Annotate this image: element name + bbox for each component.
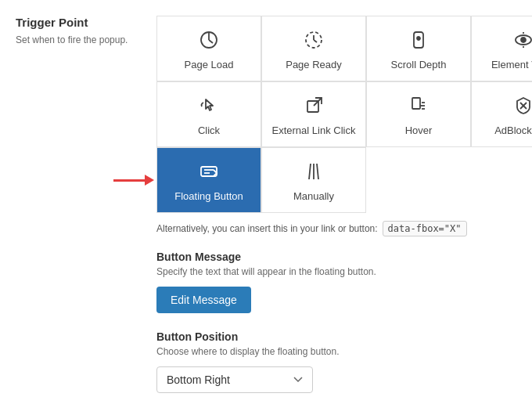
- trigger-scroll-depth-label: Scroll Depth: [391, 59, 447, 70]
- trigger-row-1: Page Load Page Ready: [156, 16, 532, 81]
- trigger-click[interactable]: Click: [156, 81, 261, 147]
- trigger-page-load-label: Page Load: [185, 59, 234, 70]
- trigger-element-vis[interactable]: Element Vis…: [471, 16, 532, 81]
- trigger-row-3: Floating Button Manually: [156, 147, 532, 213]
- trigger-page-load[interactable]: Page Load: [156, 16, 261, 81]
- page-load-icon: [196, 27, 221, 52]
- svg-point-7: [417, 37, 420, 40]
- trigger-adblock-label: AdBlock D…: [494, 125, 532, 136]
- trigger-adblock[interactable]: AdBlock D…: [471, 81, 532, 147]
- svg-point-9: [521, 38, 526, 42]
- code-badge: data-fbox="X": [383, 221, 467, 236]
- svg-line-23: [309, 164, 311, 179]
- external-link-icon: [301, 93, 326, 118]
- trigger-page-ready-label: Page Ready: [286, 59, 342, 70]
- trigger-floating-button-label: Floating Button: [174, 190, 243, 202]
- alt-text-label: Alternatively, you can insert this in yo…: [156, 223, 378, 234]
- red-arrow: [113, 175, 154, 186]
- svg-line-5: [314, 40, 317, 42]
- button-position-title: Button Position: [156, 330, 532, 343]
- position-dropdown[interactable]: Bottom Right Bottom Left Top Right Top L…: [156, 366, 313, 393]
- click-icon: [196, 93, 221, 118]
- trigger-hover[interactable]: Hover: [366, 81, 471, 147]
- button-position-description: Choose where to display the floating but…: [156, 346, 532, 357]
- trigger-click-label: Click: [198, 125, 220, 136]
- element-vis-icon: [511, 27, 532, 52]
- trigger-point-description: Set when to fire the popup.: [16, 34, 141, 47]
- trigger-page-ready[interactable]: Page Ready: [261, 16, 366, 81]
- trigger-scroll-depth[interactable]: Scroll Depth: [366, 16, 471, 81]
- manually-icon: [301, 159, 326, 184]
- trigger-row-2: Click External Link Click: [156, 81, 532, 147]
- trigger-external-link-click[interactable]: External Link Click: [261, 81, 366, 147]
- trigger-element-vis-label: Element Vis…: [491, 59, 532, 70]
- button-position-section: Button Position Choose where to display …: [156, 330, 532, 393]
- trigger-manually-label: Manually: [293, 190, 334, 202]
- button-message-description: Specify the text that will appear in the…: [156, 266, 532, 277]
- trigger-hover-label: Hover: [405, 125, 433, 136]
- button-message-title: Button Message: [156, 251, 532, 263]
- trigger-external-link-label: External Link Click: [272, 125, 356, 136]
- svg-line-13: [314, 98, 322, 106]
- svg-line-25: [317, 164, 318, 179]
- adblock-icon: [511, 93, 532, 118]
- page-ready-icon: [301, 27, 326, 52]
- alt-text-row: Alternatively, you can insert this in yo…: [156, 221, 532, 236]
- trigger-floating-button[interactable]: Floating Button: [156, 147, 261, 213]
- edit-message-button[interactable]: Edit Message: [156, 287, 251, 313]
- button-message-section: Button Message Specify the text that wil…: [156, 251, 532, 330]
- svg-rect-14: [412, 98, 420, 109]
- hover-icon: [406, 93, 431, 118]
- trigger-manually[interactable]: Manually: [261, 147, 366, 213]
- floating-button-icon: [196, 159, 221, 184]
- scroll-depth-icon: [406, 27, 431, 52]
- trigger-point-title: Trigger Point: [16, 16, 141, 29]
- svg-line-2: [209, 40, 213, 43]
